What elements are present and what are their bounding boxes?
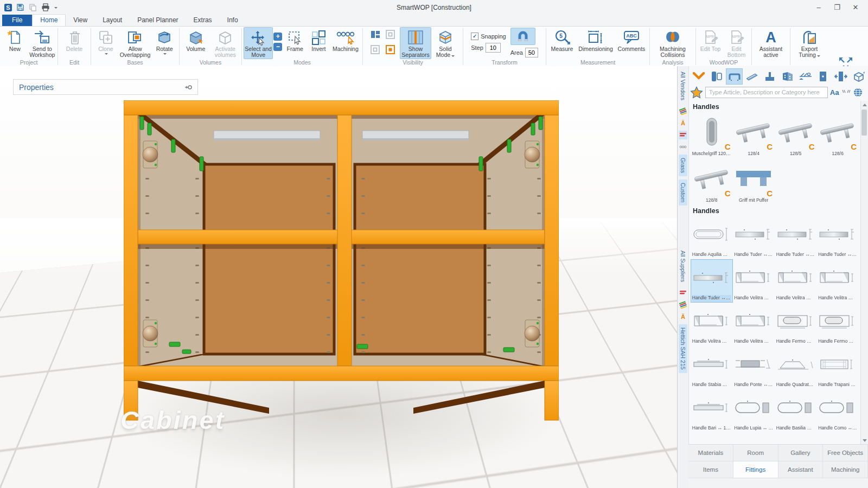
allow-overlapping-button[interactable]: Allow Overlapping: [119, 27, 151, 59]
rotate-button[interactable]: Rotate: [151, 27, 177, 56]
haefele-logo[interactable]: Ä: [679, 119, 687, 127]
tab-items[interactable]: Items: [688, 461, 733, 478]
fitting-item[interactable]: 128/4C: [733, 112, 775, 158]
red-brand-logo[interactable]: [679, 288, 687, 297]
minimize-button[interactable]: –: [810, 2, 827, 14]
fitting-item[interactable]: Handle Tuder ↔ 22...: [691, 259, 733, 303]
tab-info[interactable]: Info: [220, 15, 246, 26]
tab-room[interactable]: Room: [733, 445, 778, 461]
comments-button[interactable]: ABC Comments: [615, 27, 648, 53]
solid-mode-button[interactable]: Solid Mode: [432, 27, 459, 59]
fitting-item[interactable]: Handle Fermo ↔ 6...: [817, 303, 859, 346]
area-input[interactable]: [525, 48, 538, 57]
machining-mode-button[interactable]: Machining: [330, 27, 361, 53]
step-input[interactable]: [486, 43, 501, 53]
3d-viewport[interactable]: Cabinet Properties: [0, 66, 677, 488]
multicolor-stripes-logo[interactable]: [679, 300, 687, 309]
zoom-minus-button[interactable]: −: [273, 43, 282, 51]
fitting-item[interactable]: Handle Velitra ↔ 1...: [733, 303, 775, 346]
globe-icon[interactable]: [853, 88, 863, 97]
assistant-active-button[interactable]: A Assistant active: [755, 27, 787, 59]
tab-free-objects[interactable]: Free Objects: [823, 445, 868, 461]
edit-top-button[interactable]: MPR Edit Top: [698, 27, 723, 53]
frame-select-button[interactable]: Frame: [283, 27, 307, 53]
print-icon[interactable]: [41, 3, 50, 12]
fitting-item[interactable]: [733, 433, 775, 444]
handle-icon[interactable]: [726, 68, 743, 85]
show-separators-button[interactable]: Show Separators: [400, 27, 431, 59]
fitting-item[interactable]: Handle Tuder ↔ 12...: [775, 216, 817, 259]
tab-assistant[interactable]: Assistant: [778, 461, 824, 478]
fitting-item[interactable]: Handle Como ↔ ...: [817, 389, 859, 433]
fitting-item[interactable]: [817, 433, 859, 444]
magnet-snap-button[interactable]: [510, 28, 535, 45]
dimensioning-button[interactable]: Dimensioning: [577, 27, 615, 53]
fitting-item[interactable]: 128/8C: [691, 158, 733, 205]
visibility-toggle-fittings[interactable]: [384, 28, 397, 41]
fitting-item[interactable]: [775, 433, 817, 444]
tab-extras[interactable]: Extras: [186, 15, 220, 26]
tab-home[interactable]: Home: [32, 14, 66, 26]
drawer-slide-icon[interactable]: [744, 68, 761, 85]
export-tuning-button[interactable]: Export Tuning: [794, 27, 825, 59]
fitting-item[interactable]: Handle Ponte ↔ 19...: [733, 346, 775, 389]
edit-bottom-button[interactable]: MPR Edit Bottom: [724, 27, 750, 59]
fitting-item[interactable]: Griff mit PufferC: [733, 158, 775, 205]
visibility-toggle-active[interactable]: [384, 43, 397, 56]
scroll-down-arrow[interactable]: [861, 436, 868, 444]
fitting-item[interactable]: Handle Velitra ↔ 2...: [733, 259, 775, 303]
article-search-input[interactable]: [705, 87, 828, 98]
restore-button[interactable]: ❐: [829, 2, 845, 14]
sliding-fitting-icon[interactable]: [833, 68, 850, 85]
flap-stay-icon[interactable]: [797, 68, 814, 85]
fitting-item[interactable]: Handle Lupia ↔ 32 ...: [733, 389, 775, 433]
fitting-item[interactable]: Handle Tuder ↔ 96...: [733, 216, 775, 259]
save-icon[interactable]: [16, 3, 25, 12]
fitting-item[interactable]: Handle Velitra ↔ 3...: [691, 303, 733, 346]
chevron-down-icon[interactable]: [691, 68, 707, 85]
tab-gallery[interactable]: Gallery: [778, 445, 824, 461]
scroll-thumb[interactable]: [861, 110, 867, 136]
favorites-star-icon[interactable]: [690, 86, 703, 99]
multicolor-stripes-logo[interactable]: [679, 107, 687, 115]
tab-panel-planner[interactable]: Panel Planner: [130, 15, 186, 26]
vendor-tab-all-vendors[interactable]: All Vendors: [679, 68, 687, 104]
fitting-item[interactable]: Handle Bari ↔ 160...: [691, 389, 733, 433]
new-button[interactable]: New: [2, 27, 28, 53]
shelf-support-icon[interactable]: [762, 68, 778, 85]
visibility-toggle-profiles[interactable]: [369, 43, 382, 56]
quotation-marks-icon[interactable]: [841, 89, 851, 95]
delete-button[interactable]: Delete: [60, 27, 89, 53]
vendor-tab-hettich-sah-215[interactable]: Hettich SAH 215: [679, 324, 687, 373]
zoom-plus-button[interactable]: +: [273, 33, 282, 41]
snapping-checkbox[interactable]: ✓ Snapping: [471, 33, 506, 40]
fitting-item[interactable]: Handle Velitra ↔ 2...: [817, 259, 859, 303]
tab-view[interactable]: View: [66, 15, 95, 26]
door-fitting-icon[interactable]: [815, 68, 832, 85]
grass-logo[interactable]: [679, 143, 687, 151]
fitting-item[interactable]: Handle Quadrata ↔ ...: [775, 346, 817, 389]
fitting-item[interactable]: 128/6C: [817, 112, 859, 158]
free-fitting-box-icon[interactable]: [850, 68, 867, 85]
fitting-item[interactable]: [691, 433, 733, 444]
qat-dropdown-caret[interactable]: [54, 7, 58, 10]
fitting-item[interactable]: Muschelgriff 120/40...C: [691, 112, 733, 158]
clone-button[interactable]: Clone: [93, 27, 119, 56]
tab-fittings[interactable]: Fittings: [733, 461, 778, 478]
activate-volumes-button[interactable]: Activate volumes: [211, 27, 240, 59]
scroll-up-arrow[interactable]: [861, 101, 868, 108]
fitting-item[interactable]: Handle Basilia ↔ 1...: [775, 389, 817, 433]
connector-plate-icon[interactable]: [780, 68, 796, 85]
match-case-toggle[interactable]: Aa: [830, 88, 839, 97]
tab-materials[interactable]: Materials: [688, 445, 733, 461]
invert-selection-button[interactable]: Invert: [308, 27, 330, 53]
visibility-toggle-panels[interactable]: [369, 28, 382, 41]
copy-icon[interactable]: [28, 3, 37, 12]
hinge-icon[interactable]: [709, 68, 725, 85]
vendor-tab-all-suppliers[interactable]: All Suppliers: [679, 247, 687, 285]
close-button[interactable]: ✕: [847, 2, 864, 14]
properties-panel[interactable]: Properties: [13, 79, 198, 95]
fitting-item[interactable]: 128/5C: [775, 112, 817, 158]
cabinet-3d-model[interactable]: [124, 100, 559, 426]
pin-icon[interactable]: [184, 84, 192, 91]
